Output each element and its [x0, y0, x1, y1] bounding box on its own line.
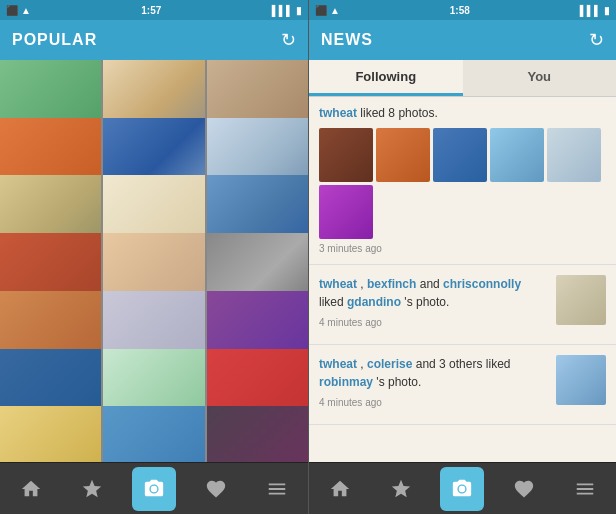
news-user-colerise[interactable]: colerise — [367, 357, 412, 371]
signal-icon: ▌▌▌ — [272, 5, 293, 16]
news-item-3-text: twheat , colerise and 3 others liked rob… — [319, 355, 548, 414]
tab-you[interactable]: You — [463, 60, 617, 96]
news-thumb-4[interactable] — [490, 128, 544, 182]
nav-camera-right[interactable] — [440, 467, 484, 511]
photo-cell-20[interactable] — [103, 406, 204, 462]
battery-icon: ▮ — [296, 5, 302, 16]
svg-point-0 — [151, 485, 157, 491]
status-bar-left: ⬛ ▲ 1:57 ▌▌▌ ▮ — [0, 0, 308, 20]
news-thumb-2[interactable] — [376, 128, 430, 182]
news-thumb-3[interactable] — [433, 128, 487, 182]
nav-star-left[interactable] — [70, 467, 114, 511]
tab-following[interactable]: Following — [309, 60, 463, 96]
popular-title: POPULAR — [12, 31, 97, 49]
popular-photo-grid: MARRY MEZAYNMALIK Brooke — [0, 60, 308, 462]
status-right-left-icons: ⬛ ▲ — [315, 5, 340, 16]
news-item-1-time: 3 minutes ago — [319, 243, 606, 254]
photo-cell-19[interactable] — [0, 406, 101, 462]
battery-icon-r: ▮ — [604, 5, 610, 16]
news-user-twheat-3[interactable]: twheat — [319, 357, 357, 371]
news-item-1-text: twheat liked 8 photos. — [319, 105, 606, 122]
wifi-icon: ▲ — [21, 5, 31, 16]
status-time-right: 1:58 — [450, 5, 470, 16]
news-item-2-time: 4 minutes ago — [319, 315, 548, 330]
nav-heart-right[interactable] — [502, 467, 546, 511]
news-item-3: twheat , colerise and 3 others liked rob… — [309, 347, 616, 422]
news-panel: ⬛ ▲ 1:58 ▌▌▌ ▮ NEWS ↻ Following You twhe… — [308, 0, 616, 514]
news-user-twheat-1[interactable]: twheat — [319, 106, 357, 120]
android-icon: ⬛ — [6, 5, 18, 16]
news-feed: twheat liked 8 photos. 3 minutes ago twh… — [309, 97, 616, 462]
status-right-icons: ▌▌▌ ▮ — [272, 5, 302, 16]
signal-icon-r: ▌▌▌ — [580, 5, 601, 16]
popular-header: POPULAR ↻ — [0, 20, 308, 60]
status-left-icons: ⬛ ▲ — [6, 5, 31, 16]
svg-point-1 — [459, 485, 465, 491]
popular-refresh-button[interactable]: ↻ — [281, 29, 296, 51]
news-tabs: Following You — [309, 60, 616, 97]
news-item-3-time: 4 minutes ago — [319, 395, 548, 410]
news-refresh-button[interactable]: ↻ — [589, 29, 604, 51]
news-divider-2 — [309, 344, 616, 345]
news-header: NEWS ↻ — [309, 20, 616, 60]
news-user-robinmay[interactable]: robinmay — [319, 375, 373, 389]
news-divider-3 — [309, 424, 616, 425]
news-thumb-6[interactable] — [319, 185, 373, 239]
nav-home-left[interactable] — [9, 467, 53, 511]
nav-heart-left[interactable] — [194, 467, 238, 511]
bottom-nav-left — [0, 462, 308, 514]
nav-star-right[interactable] — [379, 467, 423, 511]
news-divider-1 — [309, 264, 616, 265]
news-item-3-thumb[interactable] — [556, 355, 606, 405]
nav-menu-left[interactable] — [255, 467, 299, 511]
news-user-chrisconnolly[interactable]: chrisconnolly — [443, 277, 521, 291]
nav-camera-left[interactable] — [132, 467, 176, 511]
news-thumb-5[interactable] — [547, 128, 601, 182]
news-item-1-thumbs — [319, 128, 606, 239]
news-item-2: twheat , bexfinch and chrisconnolly like… — [309, 267, 616, 342]
news-user-twheat-2[interactable]: twheat — [319, 277, 357, 291]
nav-menu-right[interactable] — [563, 467, 607, 511]
nav-home-right[interactable] — [318, 467, 362, 511]
android-icon-r: ⬛ — [315, 5, 327, 16]
status-bar-right: ⬛ ▲ 1:58 ▌▌▌ ▮ — [309, 0, 616, 20]
news-user-gdandino[interactable]: gdandino — [347, 295, 401, 309]
news-user-bexfinch[interactable]: bexfinch — [367, 277, 416, 291]
popular-panel: ⬛ ▲ 1:57 ▌▌▌ ▮ POPULAR ↻ MARRY MEZAYNMAL… — [0, 0, 308, 514]
news-thumb-1[interactable] — [319, 128, 373, 182]
status-rr-icons: ▌▌▌ ▮ — [580, 5, 610, 16]
status-time-left: 1:57 — [141, 5, 161, 16]
news-title: NEWS — [321, 31, 373, 49]
wifi-icon-r: ▲ — [330, 5, 340, 16]
bottom-nav-right — [309, 462, 616, 514]
photo-cell-21[interactable] — [207, 406, 308, 462]
news-item-1: twheat liked 8 photos. 3 minutes ago — [309, 97, 616, 262]
news-item-2-thumb[interactable] — [556, 275, 606, 325]
news-item-2-text: twheat , bexfinch and chrisconnolly like… — [319, 275, 548, 334]
